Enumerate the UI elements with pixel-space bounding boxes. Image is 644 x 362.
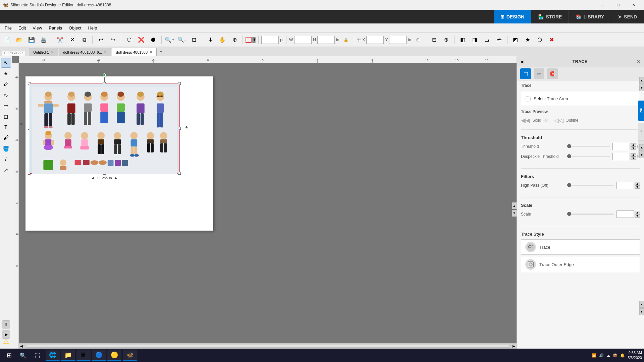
ungroup-button[interactable]: ❌ [136, 35, 147, 45]
right-resize-arrow[interactable]: ▲ [184, 124, 189, 129]
snap-button[interactable]: ⊕ [441, 35, 452, 45]
despeckle-slider-container[interactable] [567, 156, 610, 157]
tab-close-dress[interactable]: ✕ [150, 50, 152, 54]
image-object[interactable]: ◄ 11.255 in ► ▲ ▲ [29, 83, 180, 174]
scale-thumb[interactable] [567, 212, 571, 216]
trace-pencil-tool[interactable]: ✏ [534, 68, 544, 79]
trace-scroll-up-2[interactable]: ▲ [639, 144, 644, 151]
taskbar-search-button[interactable]: 🔍 [17, 350, 29, 361]
close-button[interactable]: ✕ [626, 0, 641, 10]
weld-button[interactable]: ⬢ [148, 35, 159, 45]
fill-button[interactable]: ◩ [510, 35, 521, 45]
trace-outer-edge-button[interactable]: Trace Outer Edge [521, 257, 640, 272]
task-view-button[interactable]: ⬚ [30, 350, 44, 361]
download-button[interactable]: ⬇ [205, 35, 216, 45]
tab-dress[interactable]: doll-dress-4881388 ✕ [112, 48, 157, 56]
send-mode-button[interactable]: ➤ SEND [611, 10, 644, 23]
tab-untitled[interactable]: Untitled-1 ✕ [29, 48, 58, 56]
trace-magnet-tool[interactable]: 🧲 [547, 68, 558, 79]
crosshair-button[interactable]: ⊕ [229, 35, 240, 45]
group-button[interactable]: ⬡ [124, 35, 135, 45]
save-button[interactable]: 💾 [26, 35, 37, 45]
add-tab-button[interactable]: + [157, 48, 165, 55]
clear-btn[interactable]: ✖ [546, 35, 557, 45]
taskbar-explorer-button[interactable]: 📁 [61, 350, 75, 361]
threshold-up-button[interactable]: ▲ [631, 143, 636, 146]
open-button[interactable]: 📂 [14, 35, 25, 45]
highpass-down-button[interactable]: ▼ [635, 185, 640, 189]
trace-panel-expand[interactable]: ◀ [520, 59, 523, 64]
rotate-handle[interactable] [103, 73, 106, 77]
threshold-value-input[interactable]: 0.0 [612, 143, 630, 150]
scroll-expand-panel[interactable]: ▶ [2, 330, 10, 339]
trace-panel-close-button[interactable]: ✕ [637, 59, 641, 64]
bezier-tool[interactable]: ∿ [1, 90, 11, 100]
x-input[interactable]: 0.238 [366, 36, 384, 44]
cut-button[interactable]: ✂️ [55, 35, 65, 45]
zoom-in-button[interactable]: 🔍+ [164, 35, 175, 45]
scroll-left-button[interactable]: ◀ [19, 344, 24, 349]
pointer-tool[interactable]: ↗ [1, 165, 11, 175]
side-tab-1[interactable]: ☆ [638, 123, 644, 139]
height-input[interactable]: 5.862 [317, 36, 335, 44]
despeckle-value-input[interactable]: 0.0 [612, 153, 630, 160]
stroke-color-swatch[interactable] [246, 37, 252, 43]
threshold-thumb[interactable] [567, 144, 571, 148]
scale-up-button[interactable]: ▲ [635, 211, 640, 214]
select-tool[interactable]: ↖ [1, 58, 11, 68]
edit-menu[interactable]: Edit [15, 24, 29, 32]
horizontal-scrollbar[interactable]: ◀ ▶ [19, 343, 517, 349]
taskbar-app2-button[interactable]: 🟡 [107, 350, 121, 361]
highpass-value-input[interactable]: 0.00 [616, 182, 634, 189]
threshold-slider-container[interactable] [567, 146, 610, 147]
start-button[interactable]: ⊞ [2, 350, 16, 361]
taskbar-ie-button[interactable]: 🌐 [46, 350, 60, 361]
minimize-button[interactable]: ─ [595, 0, 610, 10]
taskbar-chrome-button[interactable]: 🔵 [92, 350, 106, 361]
zoom-out-button[interactable]: 🔍- [176, 35, 187, 45]
undo-button[interactable]: ↩ [95, 35, 106, 45]
delete-button[interactable]: ✕ [67, 35, 77, 45]
highpass-slider-container[interactable] [567, 185, 614, 186]
trace-button[interactable]: Trace [521, 239, 640, 255]
paint-tool[interactable]: 🖌 [1, 133, 11, 143]
knife-tool[interactable]: / [1, 154, 11, 164]
replicate-button[interactable]: ⧉ [79, 35, 90, 45]
canvas-work-area[interactable]: ◄ 11.255 in ► ▲ ▲ ▲ 5.862 [19, 63, 517, 343]
scale-slider-container[interactable] [567, 214, 614, 215]
lock-ratio-button[interactable]: 🔒 [340, 35, 351, 45]
maximize-button[interactable]: □ [610, 0, 626, 10]
xy-grid-button[interactable]: ⊞ [413, 35, 423, 45]
fit-button[interactable]: ⊡ [189, 35, 199, 45]
file-menu[interactable]: File [1, 24, 15, 32]
highpass-thumb[interactable] [567, 183, 571, 187]
star-button[interactable]: ★ [522, 35, 533, 45]
select-trace-area-button[interactable]: ⬚ Select Trace Area [521, 92, 640, 105]
stroke-width-input[interactable]: 0.00 [261, 36, 279, 44]
despeckle-thumb[interactable] [567, 154, 571, 158]
redo-button[interactable]: ↪ [107, 35, 118, 45]
highpass-up-button[interactable]: ▲ [635, 182, 640, 185]
text-tool[interactable]: T [1, 122, 11, 132]
taskbar-calc-button[interactable]: 🖩 [76, 350, 91, 361]
print-button[interactable]: 🖨️ [38, 35, 49, 45]
view-menu[interactable]: View [29, 24, 45, 32]
taskbar-silhouette-button[interactable]: 🦋 [123, 350, 137, 361]
scroll-down-panel[interactable]: ⬇ [2, 320, 10, 328]
scale-down-button[interactable]: ▼ [635, 214, 640, 218]
despeckle-up-button[interactable]: ▲ [631, 153, 636, 157]
trace-scroll-up-3[interactable]: ▲ [639, 301, 644, 308]
trace-scroll-up[interactable]: ▲ [639, 77, 644, 84]
sketch-tool[interactable]: 🖊 [1, 79, 11, 89]
tab-close-dress6[interactable]: ✕ [104, 50, 107, 54]
object-menu[interactable]: Object [65, 24, 85, 32]
node-tool[interactable]: ◈ [1, 68, 11, 78]
help-menu[interactable]: Help [85, 24, 101, 32]
rectangle-tool[interactable]: ▭ [1, 101, 11, 111]
cube-button[interactable]: ⬡ [534, 35, 545, 45]
left-resize-arrow[interactable]: ▲ [19, 122, 25, 126]
scale-value-input[interactable]: 4 [616, 210, 634, 218]
eraser-tool[interactable]: ◻ [1, 111, 11, 121]
panel-scroll-up[interactable]: ▲ [512, 202, 517, 209]
library-mode-button[interactable]: 📚 LIBRARY [569, 10, 611, 23]
